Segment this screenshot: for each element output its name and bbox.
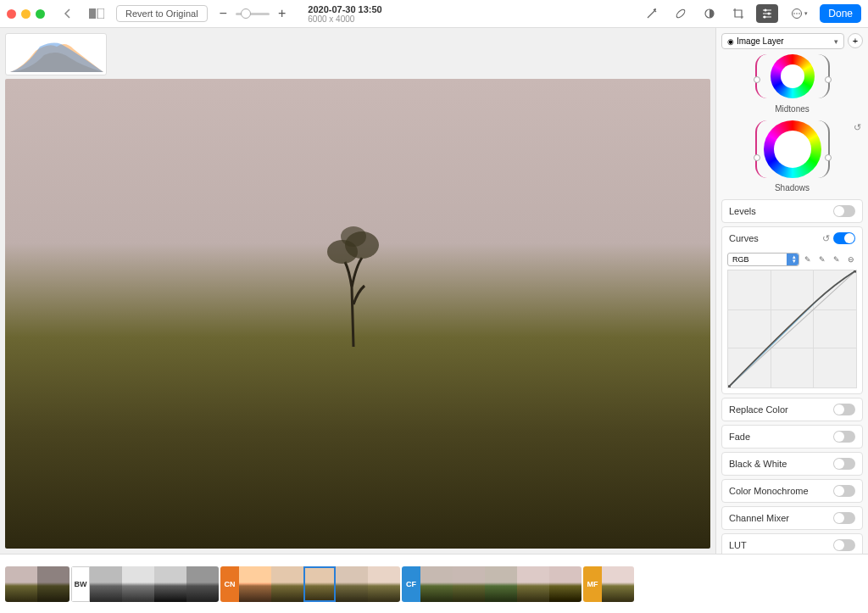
wand-icon <box>646 8 658 20</box>
replace-color-panel: Replace Color <box>721 398 863 421</box>
zoom-out[interactable]: − <box>214 3 232 25</box>
magic-tool[interactable] <box>641 4 663 23</box>
zoom-in[interactable]: + <box>273 3 291 25</box>
layer-dropdown[interactable]: ◉ Image Layer <box>721 33 844 49</box>
channel-mixer-panel: Channel Mixer <box>721 506 863 530</box>
preset-group-mf[interactable]: MF <box>583 566 634 602</box>
svg-point-5 <box>768 13 771 15</box>
lut-toggle[interactable] <box>833 539 855 551</box>
chevron-left-icon <box>64 8 72 19</box>
midtones-label: Midtones <box>721 104 863 114</box>
curves-toggle[interactable] <box>833 232 855 244</box>
fade-header[interactable]: Fade <box>722 426 862 448</box>
maximize-window[interactable] <box>36 9 45 19</box>
mf-badge: MF <box>583 566 602 602</box>
replace-color-header[interactable]: Replace Color <box>722 398 862 421</box>
black-white-panel: Black & White <box>721 452 863 476</box>
sliders-icon <box>761 8 773 20</box>
svg-point-9 <box>797 13 798 14</box>
black-point-picker[interactable]: ✎ <box>802 254 814 265</box>
channel-mixer-header[interactable]: Channel Mixer <box>722 507 862 529</box>
image-preview[interactable] <box>5 79 710 549</box>
black-white-header[interactable]: Black & White <box>722 453 862 475</box>
svg-point-10 <box>799 13 801 14</box>
preset-group-cf[interactable]: CF <box>402 566 581 602</box>
svg-point-4 <box>765 9 767 12</box>
sidebar-layout-icon <box>89 8 104 19</box>
effects-tool[interactable] <box>698 4 721 23</box>
lut-panel: LUT <box>721 533 863 554</box>
cn-badge: CN <box>220 566 239 602</box>
preset-group-cn[interactable]: CN <box>220 566 400 602</box>
color-monochrome-panel: Color Monochrome <box>721 479 863 503</box>
done-button[interactable]: Done <box>820 4 861 23</box>
preset-filmstrip: BW CN CF MF <box>0 554 868 613</box>
curves-header[interactable]: Curves ↺ <box>722 227 862 249</box>
color-balance-reset[interactable]: ↺ <box>854 122 861 133</box>
curves-panel: Curves ↺ RGB ▴▾ ✎ ✎ ✎ ⊖ <box>721 226 863 394</box>
toolbar: Revert to Original − + 2020-07-30 13:50 … <box>0 0 868 28</box>
ellipsis-icon <box>790 8 804 20</box>
svg-rect-0 <box>89 8 96 19</box>
more-menu[interactable]: ▾ <box>785 4 813 23</box>
replace-color-toggle[interactable] <box>833 404 855 415</box>
curves-channel-select[interactable]: RGB ▴▾ <box>727 253 799 266</box>
color-monochrome-header[interactable]: Color Monochrome <box>722 480 862 502</box>
title-text: 2020-07-30 13:50 <box>308 4 381 14</box>
crop-tool[interactable] <box>727 4 749 23</box>
fade-toggle[interactable] <box>833 431 855 443</box>
minimize-window[interactable] <box>21 9 31 19</box>
gray-point-picker[interactable]: ✎ <box>816 254 828 265</box>
curves-reset-icon[interactable]: ↺ <box>822 233 830 244</box>
zoom-control: − + <box>214 3 292 25</box>
svg-point-2 <box>676 8 687 20</box>
levels-header[interactable]: Levels <box>722 200 862 222</box>
window-controls <box>7 9 45 19</box>
crop-icon <box>732 8 744 20</box>
adjustments-tool[interactable] <box>756 4 778 23</box>
color-monochrome-toggle[interactable] <box>833 485 855 497</box>
layout-toggle[interactable] <box>84 5 109 22</box>
channel-mixer-toggle[interactable] <box>833 512 855 524</box>
tree-illustration <box>315 220 392 347</box>
shadows-color-wheel[interactable] <box>752 120 833 180</box>
zoom-slider[interactable] <box>236 13 270 15</box>
shadows-label: Shadows <box>721 183 863 192</box>
black-white-toggle[interactable] <box>833 458 855 470</box>
curves-remove-point[interactable]: ⊖ <box>845 254 857 265</box>
svg-rect-1 <box>97 8 104 19</box>
document-title: 2020-07-30 13:50 6000 x 4000 <box>308 4 381 24</box>
cf-badge: CF <box>402 566 420 602</box>
circle-half-icon <box>704 8 715 20</box>
preset-group-bw[interactable]: BW <box>71 566 219 602</box>
lut-header[interactable]: LUT <box>722 534 862 554</box>
white-point-picker[interactable]: ✎ <box>831 254 843 265</box>
adjustments-sidebar: ◉ Image Layer + Midtones ↺ Shadows Level <box>715 28 868 554</box>
fade-panel: Fade <box>721 425 863 449</box>
retouch-tool[interactable] <box>670 4 692 23</box>
dimensions-text: 6000 x 4000 <box>308 14 381 24</box>
svg-point-8 <box>794 13 796 14</box>
add-layer-button[interactable]: + <box>848 33 863 48</box>
svg-point-6 <box>764 16 766 19</box>
levels-toggle[interactable] <box>833 205 855 217</box>
histogram-graph <box>6 34 107 75</box>
canvas-area <box>0 28 715 554</box>
svg-point-13 <box>341 226 366 247</box>
curves-graph[interactable] <box>727 270 857 388</box>
preset-group-original[interactable] <box>5 566 70 602</box>
layer-dropdown-label: Image Layer <box>737 36 784 46</box>
bandage-icon <box>675 8 687 20</box>
close-window[interactable] <box>7 9 16 19</box>
revert-button[interactable]: Revert to Original <box>116 5 208 22</box>
bw-badge: BW <box>71 566 90 602</box>
levels-panel: Levels <box>721 199 863 223</box>
midtones-color-wheel[interactable] <box>752 54 833 101</box>
histogram[interactable] <box>5 33 107 75</box>
back-button[interactable] <box>58 5 77 22</box>
